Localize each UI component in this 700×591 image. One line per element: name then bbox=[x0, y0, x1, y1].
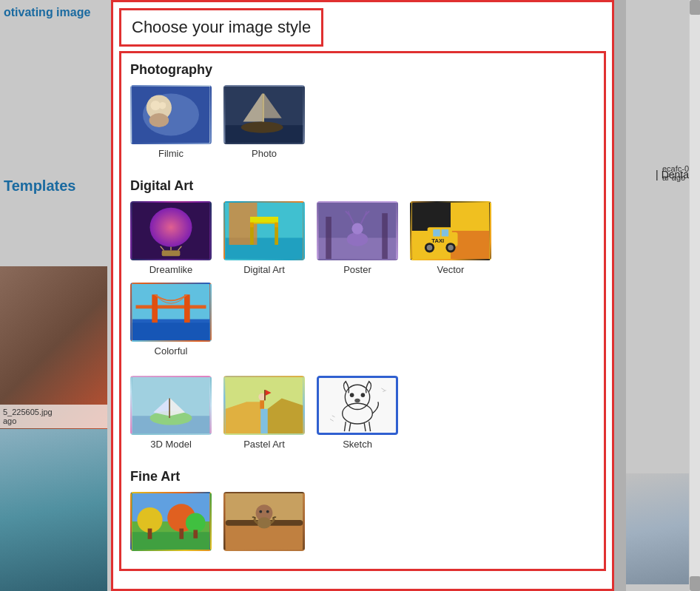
svg-rect-40 bbox=[412, 203, 451, 231]
style-item-vector[interactable]: TAXI Vector bbox=[410, 201, 491, 275]
style-item-digital-art[interactable]: Digital Art bbox=[223, 201, 305, 275]
svg-rect-60 bbox=[169, 399, 170, 419]
motivating-image-text: otivating image bbox=[0, 6, 111, 19]
left-image-2 bbox=[0, 429, 107, 591]
thumb-vector: TAXI bbox=[410, 201, 491, 260]
svg-rect-54 bbox=[152, 294, 158, 322]
svg-rect-26 bbox=[250, 217, 278, 223]
thumb-digitalart bbox=[223, 201, 305, 260]
style-item-sketch[interactable]: Sketch bbox=[317, 376, 398, 450]
filename-left: 5_225605.jpg bbox=[3, 408, 104, 416]
digital-art-grid-row2: 3D Model bbox=[130, 376, 595, 457]
scrollbar-thumb-top[interactable] bbox=[690, 0, 700, 15]
label-dreamlike: Dreamlike bbox=[149, 264, 193, 275]
label-pastelart: Pastel Art bbox=[243, 439, 285, 450]
svg-point-32 bbox=[351, 223, 363, 234]
label-sketch: Sketch bbox=[343, 439, 372, 450]
svg-rect-8 bbox=[262, 94, 264, 126]
svg-rect-68 bbox=[260, 400, 264, 408]
label-vector: Vector bbox=[437, 264, 465, 275]
svg-point-98 bbox=[258, 517, 272, 528]
style-item-filmic[interactable]: Filmic bbox=[130, 85, 212, 159]
svg-rect-30 bbox=[382, 213, 388, 259]
style-item-3dmodel[interactable]: 3D Model bbox=[130, 376, 212, 450]
file-info-left: 5_225605.jpg ago bbox=[0, 405, 107, 428]
svg-point-13 bbox=[150, 208, 192, 247]
right-file-info: ecafc-0 ar ago bbox=[662, 164, 689, 182]
image-style-dialog: Choose your image style Photography bbox=[111, 0, 614, 591]
dialog-header: Choose your image style bbox=[119, 8, 323, 47]
style-item-pastelart[interactable]: Pastel Art bbox=[223, 376, 305, 450]
style-item-fineart2[interactable] bbox=[223, 492, 305, 555]
svg-rect-55 bbox=[184, 294, 190, 322]
svg-rect-53 bbox=[136, 305, 206, 309]
svg-rect-48 bbox=[433, 229, 440, 237]
thumb-sketch bbox=[317, 376, 398, 435]
thumb-3dmodel bbox=[130, 376, 212, 435]
thumb-dreamlike bbox=[130, 201, 212, 260]
label-filmic: Filmic bbox=[158, 148, 184, 159]
svg-point-47 bbox=[448, 245, 454, 251]
fine-art-grid bbox=[130, 492, 595, 562]
right-bottom-image bbox=[626, 473, 689, 584]
svg-point-76 bbox=[354, 399, 360, 403]
photography-grid: Filmic Pho bbox=[130, 85, 595, 166]
svg-rect-29 bbox=[326, 217, 332, 259]
svg-point-74 bbox=[350, 393, 354, 397]
right-time-ago: ar ago bbox=[662, 173, 689, 182]
time-ago-left: ago bbox=[3, 416, 104, 425]
thumb-pastelart bbox=[223, 376, 305, 435]
label-3dmodel: 3D Model bbox=[150, 439, 192, 450]
scrollbar-track[interactable] bbox=[689, 0, 700, 591]
style-content-area[interactable]: Photography Filmic bbox=[119, 51, 606, 571]
svg-rect-69 bbox=[264, 390, 266, 400]
label-digital-art: Digital Art bbox=[243, 264, 285, 275]
thumb-photo bbox=[223, 85, 305, 144]
svg-text:TAXI: TAXI bbox=[431, 237, 444, 244]
label-poster: Poster bbox=[343, 264, 371, 275]
style-item-fineart1[interactable] bbox=[130, 492, 212, 555]
label-colorful: Colorful bbox=[155, 345, 188, 357]
thumb-poster bbox=[317, 201, 398, 260]
svg-point-46 bbox=[427, 245, 433, 251]
svg-point-99 bbox=[259, 510, 262, 513]
svg-point-4 bbox=[150, 101, 160, 110]
svg-point-75 bbox=[361, 393, 366, 397]
thumb-filmic bbox=[130, 85, 212, 144]
svg-point-5 bbox=[159, 102, 166, 109]
templates-label: Templates bbox=[0, 178, 111, 195]
section-fine-art: Fine Art bbox=[130, 469, 595, 484]
dialog-title: Choose your image style bbox=[132, 18, 311, 36]
svg-rect-93 bbox=[193, 530, 198, 538]
style-item-colorful[interactable]: Colorful bbox=[130, 283, 212, 357]
style-item-dreamlike[interactable]: Dreamlike bbox=[130, 201, 212, 275]
scrollbar-thumb-bottom[interactable] bbox=[690, 576, 700, 591]
section-photography: Photography bbox=[130, 62, 595, 78]
thumb-fineart2 bbox=[223, 492, 305, 551]
thumb-colorful bbox=[130, 283, 212, 342]
digital-art-grid: Dreamlike bbox=[130, 201, 595, 364]
svg-rect-49 bbox=[442, 229, 449, 237]
svg-point-3 bbox=[149, 113, 169, 127]
svg-rect-91 bbox=[179, 529, 184, 539]
svg-point-92 bbox=[186, 513, 206, 533]
svg-rect-71 bbox=[320, 378, 395, 433]
thumb-fineart1 bbox=[130, 492, 212, 551]
svg-rect-87 bbox=[132, 532, 210, 550]
svg-point-11 bbox=[241, 122, 283, 133]
svg-rect-17 bbox=[162, 251, 181, 257]
style-item-photo[interactable]: Photo bbox=[223, 85, 305, 159]
section-digital-art: Digital Art bbox=[130, 178, 595, 194]
right-filename: ecafc-0 bbox=[662, 164, 689, 173]
style-item-poster[interactable]: Poster bbox=[317, 201, 398, 275]
svg-point-100 bbox=[266, 510, 269, 513]
svg-rect-56 bbox=[132, 322, 210, 340]
label-photo: Photo bbox=[252, 148, 277, 159]
svg-rect-89 bbox=[148, 529, 152, 539]
